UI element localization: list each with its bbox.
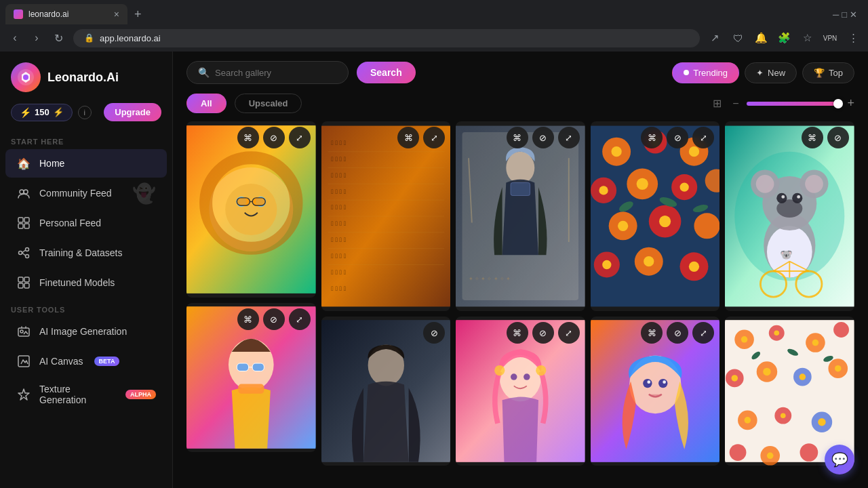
shield-btn[interactable]: 🛡 bbox=[728, 28, 747, 47]
lock-icon: 🔒 bbox=[84, 33, 94, 43]
refresh-btn[interactable]: ↻ bbox=[49, 28, 68, 47]
action-cmd-hier[interactable]: ⌘ bbox=[397, 127, 419, 148]
tab-close-btn[interactable]: × bbox=[114, 9, 119, 20]
forward-btn[interactable]: › bbox=[27, 28, 46, 47]
zoom-thumb bbox=[833, 99, 843, 108]
image-overlay-warrior: ⌘ ⊘ ⤢ bbox=[456, 121, 585, 311]
action-slash-warrior[interactable]: ⊘ bbox=[532, 127, 554, 148]
grid-view-btn[interactable]: ⊞ bbox=[710, 94, 724, 113]
chat-bubble[interactable]: 💬 bbox=[825, 445, 854, 474]
image-warrior[interactable]: ✦ ✧ ✦ ✧ ✦ ✧ ✦ ⌘ ⊘ ⤢ bbox=[456, 121, 585, 311]
action-expand-fg[interactable]: ⤢ bbox=[558, 322, 580, 344]
action-cmd-cg[interactable]: ⌘ bbox=[641, 322, 663, 344]
image-overlay-lion: ⌘ ⊘ ⤢ bbox=[186, 121, 316, 298]
search-box[interactable]: 🔍 bbox=[186, 61, 349, 84]
action-slash-1[interactable]: ⊘ bbox=[263, 127, 285, 148]
back-btn[interactable]: ‹ bbox=[5, 28, 24, 47]
sidebar-item-finetuned[interactable]: Finetuned Models bbox=[5, 268, 167, 297]
action-expand-hier[interactable]: ⤢ bbox=[423, 127, 445, 148]
zoom-out-btn[interactable]: − bbox=[730, 95, 741, 113]
action-expand-warrior[interactable]: ⤢ bbox=[558, 127, 580, 148]
sidebar-label-finetuned: Finetuned Models bbox=[39, 277, 115, 288]
top-label: Top bbox=[829, 68, 843, 78]
alert-btn[interactable]: 🔔 bbox=[751, 28, 770, 47]
sidebar-item-training[interactable]: Training & Datasets bbox=[5, 239, 167, 267]
image-flowers1[interactable]: ⌘ ⊘ ⤢ bbox=[591, 121, 720, 311]
image-anime-girl[interactable]: ⌘ ⊘ ⤢ bbox=[186, 303, 316, 452]
image-colorful-girl[interactable]: ⌘ ⊘ ⤢ bbox=[591, 317, 720, 466]
action-slash-cg[interactable]: ⊘ bbox=[667, 322, 688, 344]
menu-btn[interactable]: ⋮ bbox=[844, 28, 863, 47]
image-hieroglyphs[interactable]: 𓀀 𓀁 𓀂 𓀃 𓅱 𓄿 𓆑 𓅓 𓇋 𓏏 𓐍 𓇌 𓎛 𓂧 𓆄 𓇋 𓀀 𓅱 𓏏 𓃭 … bbox=[321, 121, 451, 311]
image-warrior2[interactable]: ⊘ bbox=[321, 317, 451, 466]
image-fantasy-girl[interactable]: ⌘ ⊘ ⤢ bbox=[456, 317, 585, 466]
grid-col-1: ⌘ ⊘ ⤢ bbox=[186, 121, 316, 466]
sidebar-item-home[interactable]: 🏠 Home bbox=[5, 149, 167, 178]
info-btn[interactable]: i bbox=[78, 106, 92, 119]
upgrade-button[interactable]: Upgrade bbox=[104, 103, 161, 121]
sidebar-header: Leonardo.Ai bbox=[0, 52, 172, 100]
action-cmd-koala[interactable]: ⌘ bbox=[802, 127, 823, 148]
logo-text: Leonardo.Ai bbox=[47, 70, 119, 85]
action-slash-w2[interactable]: ⊘ bbox=[423, 322, 445, 344]
browser-actions: ↗ 🛡 🔔 🧩 ☆ VPN ⋮ bbox=[705, 28, 863, 47]
bookmark-btn[interactable]: ☆ bbox=[797, 28, 816, 47]
svg-rect-13 bbox=[18, 283, 23, 288]
share-btn[interactable]: ↗ bbox=[705, 28, 724, 47]
sidebar-label-training: Training & Datasets bbox=[39, 247, 122, 258]
filter-new-btn[interactable]: ✦ New bbox=[745, 62, 797, 83]
token-icon: ⚡ bbox=[20, 107, 31, 118]
image-koala[interactable]: 🐨 bbox=[725, 121, 854, 311]
action-slash-fl1[interactable]: ⊘ bbox=[667, 127, 688, 148]
new-tab-btn[interactable]: + bbox=[130, 7, 146, 22]
search-button[interactable]: Search bbox=[357, 62, 416, 83]
action-cmd-fl1[interactable]: ⌘ bbox=[641, 127, 663, 148]
browser-close-btn[interactable]: ✕ bbox=[850, 9, 857, 20]
tab-all[interactable]: All bbox=[186, 94, 226, 113]
action-expand-anime[interactable]: ⤢ bbox=[289, 308, 311, 330]
image-flowers2[interactable] bbox=[725, 317, 854, 466]
action-expand-1[interactable]: ⤢ bbox=[289, 127, 311, 148]
image-lion[interactable]: ⌘ ⊘ ⤢ bbox=[186, 121, 316, 298]
url-bar[interactable]: 🔒 app.leonardo.ai bbox=[73, 29, 700, 47]
community-icon bbox=[16, 186, 31, 201]
search-input[interactable] bbox=[215, 68, 337, 78]
action-expand-cg[interactable]: ⤢ bbox=[692, 322, 714, 344]
sidebar-item-ai-image-gen[interactable]: AI Image Generation bbox=[5, 317, 167, 346]
sidebar-item-texture-gen[interactable]: Texture Generation ALPHA bbox=[5, 377, 167, 412]
zoom-slider[interactable] bbox=[747, 102, 842, 106]
tab-upscaled[interactable]: Upscaled bbox=[235, 94, 302, 113]
image-overlay-w2: ⊘ bbox=[321, 317, 451, 466]
action-slash-koala[interactable]: ⊘ bbox=[827, 127, 849, 148]
sidebar-item-community-feed[interactable]: Community Feed 👻 bbox=[5, 179, 167, 207]
grid-col-2: 𓀀 𓀁 𓀂 𓀃 𓅱 𓄿 𓆑 𓅓 𓇋 𓏏 𓐍 𓇌 𓎛 𓂧 𓆄 𓇋 𓀀 𓅱 𓏏 𓃭 … bbox=[321, 121, 451, 466]
tab-title: leonardo.ai bbox=[28, 9, 68, 19]
active-tab[interactable]: leonardo.ai × bbox=[5, 4, 127, 24]
filter-top-btn[interactable]: 🏆 Top bbox=[802, 62, 854, 83]
sidebar-item-ai-canvas[interactable]: AI Canvas BETA bbox=[5, 347, 167, 375]
action-cmd-warrior[interactable]: ⌘ bbox=[507, 127, 528, 148]
url-text: app.leonardo.ai bbox=[100, 33, 161, 43]
browser-minimize-btn[interactable]: ─ bbox=[833, 9, 839, 20]
image-overlay-fg: ⌘ ⊘ ⤢ bbox=[456, 317, 585, 466]
action-cmd-1[interactable]: ⌘ bbox=[237, 127, 259, 148]
image-overlay-koala: ⌘ ⊘ bbox=[725, 121, 854, 311]
extensions-btn[interactable]: 🧩 bbox=[774, 28, 793, 47]
action-cmd-fg[interactable]: ⌘ bbox=[507, 322, 528, 344]
svg-point-8 bbox=[19, 251, 22, 255]
action-cmd-anime[interactable]: ⌘ bbox=[237, 308, 259, 330]
beta-badge: BETA bbox=[94, 357, 120, 366]
browser-maximize-btn[interactable]: □ bbox=[842, 9, 847, 20]
action-expand-fl1[interactable]: ⤢ bbox=[692, 127, 714, 148]
app-layout: Leonardo.Ai ⚡ 150 ⚡ i Upgrade Start Here… bbox=[0, 52, 868, 488]
action-slash-anime[interactable]: ⊘ bbox=[263, 308, 285, 330]
texture-icon bbox=[16, 387, 31, 402]
action-slash-fg[interactable]: ⊘ bbox=[532, 322, 554, 344]
sidebar-label-community: Community Feed bbox=[39, 188, 112, 199]
sidebar-item-personal-feed[interactable]: Personal Feed bbox=[5, 209, 167, 237]
filter-trending-btn[interactable]: Trending bbox=[672, 62, 739, 83]
svg-rect-4 bbox=[18, 218, 23, 222]
vpn-btn[interactable]: VPN bbox=[821, 28, 840, 47]
zoom-in-btn[interactable]: + bbox=[847, 96, 854, 110]
svg-rect-7 bbox=[24, 224, 29, 228]
